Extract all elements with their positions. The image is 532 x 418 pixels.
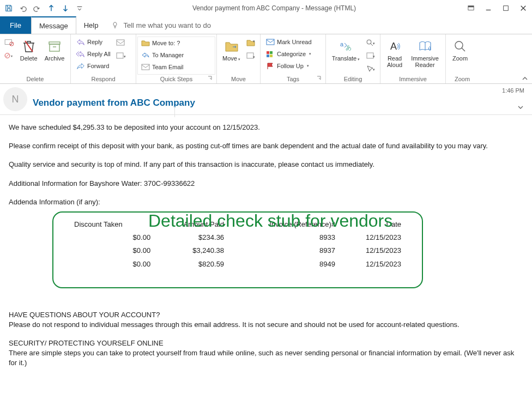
cell-discount: $0.00	[70, 258, 155, 271]
archive-button[interactable]: Archive	[42, 37, 67, 64]
categorize-icon	[266, 50, 275, 58]
message-tab[interactable]: Message	[31, 16, 76, 34]
svg-rect-15	[117, 53, 123, 58]
svg-text:▾: ▾	[253, 39, 255, 43]
find-icon[interactable]: ▾	[365, 37, 377, 49]
move-button[interactable]: Move▾	[220, 37, 243, 64]
ribbon-display-icon[interactable]	[462, 0, 480, 16]
mark-unread-label: Mark Unread	[277, 39, 312, 45]
body-paragraph: Addenda Information (if any):	[9, 197, 523, 207]
annotation-callout: Detailed check stub for vendors	[148, 211, 392, 231]
ignore-icon[interactable]	[3, 37, 15, 49]
questions-body: Please do not respond to individual mess…	[9, 320, 523, 330]
body-paragraph: Additional Information for Bayshore Wate…	[9, 179, 523, 189]
svg-text:▾: ▾	[373, 54, 375, 58]
menu-bar: File Message Help Tell me what you want …	[0, 16, 532, 34]
customize-qat-icon[interactable]	[73, 2, 86, 15]
tags-group-label: Tags	[261, 76, 325, 83]
forward-button[interactable]: Forward	[74, 60, 113, 71]
undo-icon[interactable]	[16, 2, 29, 15]
close-icon[interactable]	[515, 0, 532, 16]
tell-me-label: Tell me what you want to do	[123, 21, 210, 29]
quicksteps-group-label: Quick Steps	[136, 76, 216, 83]
svg-line-8	[6, 54, 9, 57]
svg-rect-23	[270, 51, 273, 54]
questions-heading: HAVE QUESTIONS ABOUT YOUR ACCOUNT?	[9, 310, 523, 320]
svg-line-36	[462, 48, 465, 51]
svg-line-10	[25, 41, 33, 52]
svg-point-28	[367, 40, 371, 44]
ribbon: ▾ Delete Archive Delete Reply Reply All …	[0, 34, 532, 84]
to-manager-icon	[141, 51, 150, 59]
meeting-icon[interactable]	[115, 37, 127, 49]
reply-all-label: Reply All	[87, 51, 111, 57]
more-respond-icon[interactable]: ▾	[115, 50, 127, 62]
message-header: N Vendor payment from ABC Company 1:46 P…	[0, 84, 532, 115]
svg-text:a: a	[340, 41, 344, 47]
related-icon[interactable]: ▾	[365, 50, 377, 62]
reply-all-button[interactable]: Reply All	[74, 49, 113, 59]
next-item-icon[interactable]	[59, 2, 72, 15]
follow-up-button[interactable]: Follow Up▾	[264, 60, 314, 71]
file-tab[interactable]: File	[0, 16, 31, 34]
immersive-reader-button[interactable]: Immersive Reader	[408, 37, 442, 70]
reply-button[interactable]: Reply	[74, 37, 113, 47]
cell-discount: $0.00	[70, 244, 155, 257]
quickstep-to-manager-label: To Manager	[152, 52, 184, 58]
delete-button[interactable]: Delete	[17, 37, 40, 64]
security-heading: SECURITY/ PROTECTING YOURSELF ONLINE	[9, 338, 523, 348]
expand-header-icon[interactable]	[517, 104, 524, 111]
previous-item-icon[interactable]	[45, 2, 58, 15]
zoom-button[interactable]: Zoom	[449, 37, 471, 64]
team-email-icon	[141, 63, 150, 71]
read-aloud-icon: A	[387, 39, 402, 54]
minimize-icon[interactable]	[480, 0, 497, 16]
header-separator	[174, 106, 175, 117]
forward-label: Forward	[87, 63, 109, 69]
window-title: Vendor payment from ABC Company - Messag…	[86, 4, 462, 12]
reply-label: Reply	[87, 39, 102, 45]
email-time: 1:46 PM	[502, 87, 524, 94]
categorize-label: Categorize	[277, 51, 306, 57]
mark-unread-button[interactable]: Mark Unread	[264, 37, 314, 47]
mark-unread-icon	[266, 38, 275, 46]
rules-icon[interactable]: ▾	[245, 37, 257, 49]
move-group-label: Move	[217, 76, 260, 83]
collapse-ribbon-icon[interactable]	[521, 75, 529, 82]
select-icon[interactable]: ▾	[365, 63, 377, 75]
actions-icon[interactable]: ▾	[245, 50, 257, 62]
redo-icon[interactable]	[31, 2, 44, 15]
svg-text:▾: ▾	[373, 68, 375, 71]
svg-text:▾: ▾	[11, 54, 13, 58]
table-row: $0.00 $820.59 8949 12/15/2023	[70, 258, 406, 271]
table-row: $0.00 $3,240.38 8937 12/15/2023	[70, 244, 406, 257]
cell-invoice: 8949	[228, 258, 340, 271]
svg-rect-21	[267, 39, 274, 45]
translate-icon: aあ	[338, 39, 354, 54]
help-tab[interactable]: Help	[76, 16, 106, 34]
editing-group-label: Editing	[326, 76, 380, 83]
quickstep-to-manager[interactable]: To Manager	[138, 49, 215, 61]
respond-group-label: Respond	[71, 76, 136, 83]
quickstep-move-to[interactable]: Move to: ?	[138, 37, 215, 49]
move-folder-icon	[224, 39, 239, 54]
tags-launcher-icon[interactable]	[317, 76, 322, 81]
junk-icon[interactable]: ▾	[3, 50, 15, 62]
folder-move-icon	[141, 39, 150, 47]
tell-me-search[interactable]: Tell me what you want to do	[106, 16, 216, 34]
quicksteps-launcher-icon[interactable]	[208, 76, 213, 81]
cell-amount: $3,240.38	[155, 244, 228, 257]
save-icon[interactable]	[2, 2, 15, 15]
categorize-button[interactable]: Categorize▾	[264, 49, 314, 59]
cell-invoice: 8937	[228, 244, 340, 257]
translate-button[interactable]: aあ Translate▾	[329, 37, 362, 64]
immersive-reader-label: Immersive Reader	[411, 55, 439, 68]
delete-group-label: Delete	[0, 76, 70, 83]
svg-text:A: A	[390, 41, 397, 52]
read-aloud-button[interactable]: A Read Aloud	[384, 37, 406, 70]
title-bar: Vendor payment from ABC Company - Messag…	[0, 0, 532, 16]
quickstep-team-email[interactable]: Team Email	[138, 61, 215, 73]
quick-access-toolbar	[0, 2, 86, 15]
read-aloud-label: Read Aloud	[387, 55, 402, 68]
maximize-icon[interactable]	[497, 0, 515, 16]
